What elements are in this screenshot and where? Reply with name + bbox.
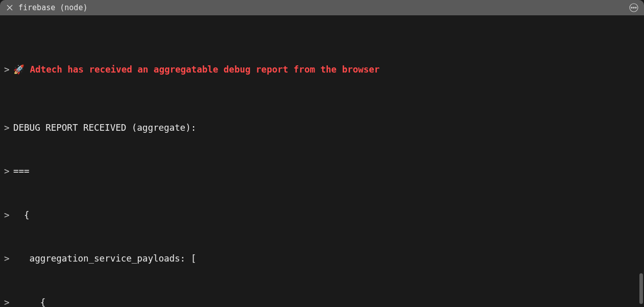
log-text: === [13, 166, 30, 176]
prompt-marker: > [4, 121, 13, 135]
scrollbar-thumb[interactable] [639, 273, 643, 304]
log-line-highlight: > 🚀 Adtech has received an aggregatable … [4, 62, 640, 77]
close-icon [7, 5, 13, 11]
rocket-icon: 🚀 [13, 64, 30, 75]
log-text: { [13, 210, 30, 220]
more-options-icon [629, 3, 639, 13]
close-tab-button[interactable] [5, 3, 14, 12]
prompt-marker: > [4, 164, 13, 179]
tab-title: firebase (node) [18, 3, 87, 12]
log-line: > DEBUG REPORT RECEIVED (aggregate): [4, 121, 640, 135]
log-line: > === [4, 164, 640, 179]
highlight-message: Adtech has received an aggregatable debu… [30, 64, 380, 75]
terminal-window: firebase (node) > 🚀 Adtech has received … [0, 0, 644, 307]
prompt-marker: > [4, 295, 13, 307]
log-line: > aggregation_service_payloads: [ [4, 251, 640, 266]
log-text: DEBUG REPORT RECEIVED (aggregate): [13, 123, 196, 133]
more-options-button[interactable] [629, 3, 639, 13]
svg-point-3 [631, 7, 632, 8]
log-line: > { [4, 295, 640, 307]
prompt-marker: > [4, 62, 13, 77]
log-text: aggregation_service_payloads: [ [13, 253, 196, 264]
prompt-marker: > [4, 251, 13, 266]
title-bar: firebase (node) [0, 0, 644, 15]
log-text: { [13, 297, 45, 307]
svg-point-5 [635, 7, 636, 8]
svg-point-4 [633, 7, 634, 8]
log-line: > { [4, 208, 640, 223]
terminal-output[interactable]: > 🚀 Adtech has received an aggregatable … [0, 15, 644, 307]
prompt-marker: > [4, 208, 13, 223]
